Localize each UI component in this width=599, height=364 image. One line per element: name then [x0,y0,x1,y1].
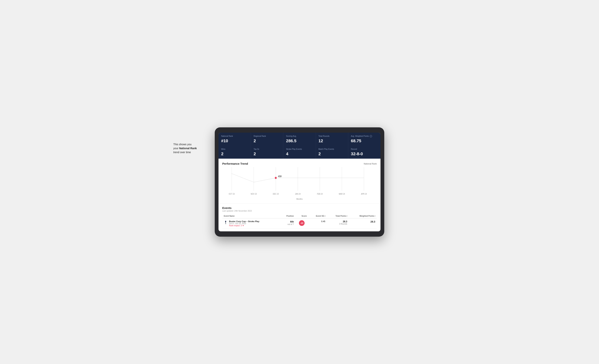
page-wrapper: This shows you your National Rank trend … [215,127,384,237]
event-name-text: Buster Cozy Cup – Stroke Play Oct 9 - Oc… [229,220,259,227]
svg-text:APR 24: APR 24 [361,193,367,195]
stat-stroke-play-value: 4 [286,151,313,156]
event-name-cell: Buster Cozy Cup – Stroke Play Oct 9 - Oc… [222,218,280,229]
tablet-screen: National Rank #10 Regional Rank 2 Scorin… [219,133,380,231]
event-name: Buster Cozy Cup – Stroke Play [229,220,259,222]
total-points-number: 28.3 [328,220,347,223]
weighted-points-info-icon: i [375,215,375,217]
position-cell: 6th out of 7 [280,218,295,229]
stat-record-label: Record [351,148,378,150]
stat-top3s-value: 2 [254,151,281,156]
stat-avg-weighted-points-value: 68.75 [351,139,378,143]
position-wrapper: 6th out of 7 [281,220,294,225]
svg-text:NOV 23: NOV 23 [251,193,257,195]
score-badge: -22 [299,220,305,226]
events-title: Events [222,206,377,210]
stat-total-rounds-label: Total Rounds [318,135,345,137]
stat-avg-weighted-points: Avg. Weighted Points i 68.75 [348,133,380,146]
golf-icon [224,221,228,224]
svg-text:#10: #10 [278,175,282,178]
score-cell: -22 [295,218,308,229]
stat-stroke-play: Stroke Play Events 4 [283,146,316,159]
event-sg-cell: 0.45 [308,218,327,229]
stat-total-rounds-value: 12 [318,139,345,143]
stat-match-play-label: Match Play Events [318,148,345,150]
events-last-updated: Last updated: 24th November 2023 [222,210,377,212]
stat-national-rank-value: #10 [221,139,248,143]
stat-scoring-avg-label: Scoring Avg. [286,135,313,137]
event-name-wrapper: Buster Cozy Cup – Stroke Play Oct 9 - Oc… [224,220,278,227]
table-header-row: Event Name Position Score Event SG i Tot… [222,214,377,218]
performance-header: Performance Trend National Rank [222,162,377,165]
stats-row-2: Wins 2 Top 3s 2 Stroke Play Events 4 Mat… [219,146,380,159]
annotation-text: This shows you your National Rank trend … [173,142,211,154]
svg-text:JAN 24: JAN 24 [295,193,301,195]
svg-rect-18 [225,222,226,223]
col-score: Score [295,214,308,218]
col-total-points: Total Points i [327,214,349,218]
position-denom: out of 7 [288,223,294,225]
performance-subtitle: National Rank [364,163,377,165]
stat-scoring-avg: Scoring Avg. 286.5 [283,133,316,146]
weighted-points-value: 28.3 [370,220,375,223]
stat-record-value: 32-8-0 [351,151,378,156]
col-weighted-points: Weighted Points i [349,214,377,218]
table-row: Buster Cozy Cup – Stroke Play Oct 9 - Oc… [222,218,377,229]
stat-match-play: Match Play Events 2 [316,146,348,159]
svg-text:OCT 23: OCT 23 [229,193,235,195]
rank-impact-arrow: ▼ [242,225,244,227]
performance-section: Performance Trend National Rank [219,159,380,204]
col-position: Position [280,214,295,218]
rank-impact: Rank Impact: 3 ▼ [229,225,259,227]
stat-wins-value: 2 [221,151,248,156]
tablet-frame: National Rank #10 Regional Rank 2 Scorin… [215,127,384,237]
stat-national-rank-label: National Rank [221,135,248,137]
stat-match-play-value: 2 [318,151,345,156]
stat-wins: Wins 2 [219,146,251,159]
events-section: Events Last updated: 24th November 2023 … [219,204,380,231]
svg-point-19 [225,223,226,224]
chart-x-label: Months [222,198,377,200]
stat-total-rounds: Total Rounds 12 [316,133,348,146]
total-points-sub: 3 Rounds [328,223,347,225]
stat-wins-label: Wins [221,148,248,150]
position-number: 6th [290,220,294,223]
total-points-cell: 28.3 3 Rounds [327,218,349,229]
event-date: Oct 9 - Oct 10, 2023 [229,222,259,225]
col-event-name: Event Name [222,214,280,218]
stat-top3s: Top 3s 2 [251,146,283,159]
performance-title: Performance Trend [222,162,248,165]
chart-svg: #10 OCT 23 NOV 23 DEC 23 JAN 24 FEB 24 M… [222,167,377,197]
stat-regional-rank-label: Regional Rank [254,135,281,137]
svg-text:MAR 24: MAR 24 [339,193,345,195]
stat-top3s-label: Top 3s [254,148,281,150]
stat-regional-rank-value: 2 [254,139,281,143]
total-points-info-icon: i [347,215,347,217]
stat-record: Record 32-8-0 [348,146,380,159]
stat-national-rank: National Rank #10 [219,133,251,146]
info-icon: i [370,135,372,137]
stat-regional-rank: Regional Rank 2 [251,133,283,146]
svg-text:FEB 24: FEB 24 [317,193,323,195]
performance-chart: #10 OCT 23 NOV 23 DEC 23 JAN 24 FEB 24 M… [222,167,377,197]
events-table: Event Name Position Score Event SG i Tot… [222,214,377,229]
weighted-points-cell: 28.3 [349,218,377,229]
stat-scoring-avg-value: 286.5 [286,139,313,143]
stat-stroke-play-label: Stroke Play Events [286,148,313,150]
stats-row-1: National Rank #10 Regional Rank 2 Scorin… [219,133,380,146]
total-points-wrapper: 28.3 3 Rounds [328,220,347,225]
svg-text:DEC 23: DEC 23 [273,193,279,195]
svg-point-8 [275,177,277,179]
event-sg-info-icon: i [325,215,325,217]
svg-point-17 [225,221,226,222]
col-event-sg: Event SG i [308,214,327,218]
stat-avg-weighted-points-label: Avg. Weighted Points i [351,135,378,137]
